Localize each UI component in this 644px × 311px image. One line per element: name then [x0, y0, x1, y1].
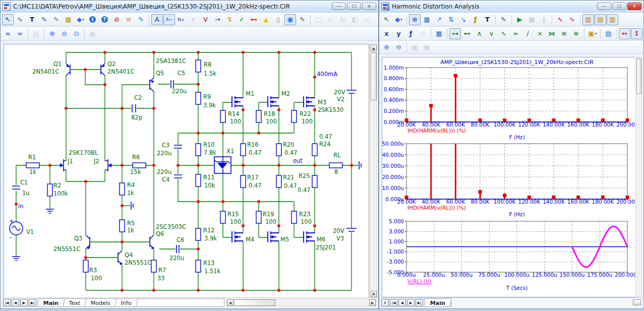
restore-button[interactable]: ▢ [347, 3, 361, 10]
wf-data-points-button[interactable]: ⊶ [449, 28, 461, 39]
data-point-labels-button[interactable]: ∿ [566, 14, 578, 25]
close-button[interactable]: × [627, 3, 641, 10]
tab-scroll-button[interactable]: |◀ [3, 299, 11, 306]
list-rows-button[interactable]: ≡ [123, 14, 135, 25]
hscroll-thumb[interactable] [234, 299, 275, 306]
numeric-output-button[interactable]: ▤ [603, 28, 614, 39]
plot-canvas[interactable]: 20.00K40.00K60.00K80.00K100.00K120.00K14… [382, 57, 636, 297]
fx-settings-button[interactable]: ƒ [405, 28, 417, 39]
minimize-button[interactable]: — [597, 3, 611, 10]
x-axis-settings-button[interactable]: x [381, 28, 392, 39]
restore-button[interactable]: ▢ [612, 3, 626, 10]
scale-vertical-button[interactable]: ↕ [631, 28, 642, 39]
scroll-up-button[interactable]: ▲ [371, 45, 377, 51]
scroll-left-button[interactable]: ◀ [227, 299, 233, 306]
tab-text[interactable]: Text [63, 299, 86, 306]
analysis-titlebar[interactable]: Harmonic Distortion Analysis — ▢ × [379, 1, 643, 13]
wf-cross-2-button[interactable]: ⋈ [546, 28, 558, 39]
tab-scroll-button[interactable]: ◀ [12, 299, 19, 306]
schematic-canvas[interactable]: Q12N5401CQ22N5401C2SA1381CQ5C5220uC282p2… [4, 44, 369, 298]
zoom-100-button[interactable]: ⊙ [71, 28, 82, 39]
border-display-toggle-button[interactable]: ▯ [272, 14, 284, 25]
text-mode-button[interactable]: T [26, 14, 38, 25]
polygon-mode-button[interactable]: ✎ [50, 14, 62, 25]
panel-layout-1-button[interactable]: ▥ [582, 14, 594, 25]
doc-edit-button[interactable]: ✎ [135, 14, 147, 25]
find-button[interactable]: ∞ [2, 28, 14, 39]
wf-cross-button[interactable]: × [534, 28, 546, 39]
currents-toggle-button[interactable]: → [212, 14, 223, 25]
properties-button[interactable]: ✎ [297, 14, 308, 25]
wire-mode-button[interactable]: ∿ [14, 14, 26, 25]
zoom-in-button[interactable]: ⊕ [46, 28, 58, 39]
tab-scroll-button[interactable]: ▶| [29, 299, 36, 306]
pin-connections-toggle-button[interactable]: ⊷ [248, 14, 260, 25]
y-axis-settings-button[interactable]: y [393, 28, 404, 39]
shape-tools-button[interactable]: ◆▾ [393, 14, 404, 25]
tab-models[interactable]: Models [85, 299, 117, 306]
node-numbers-toggle-button[interactable]: N+ [175, 14, 187, 25]
wf-valley-button[interactable]: ∨ [486, 28, 497, 39]
attribute-value-toggle-button[interactable]: A~ [163, 14, 175, 25]
run-button[interactable]: ▶ [514, 14, 525, 25]
zoom-out-button[interactable]: ⊖ [393, 42, 404, 53]
minimize-button[interactable]: — [332, 3, 346, 10]
block-select-mode-button[interactable]: ▣ [284, 14, 296, 25]
wf-wave-button[interactable]: ∿ [498, 28, 509, 39]
power-toggle-button[interactable]: ↯ [224, 14, 236, 25]
horizontal-tag-button[interactable]: ↘ [457, 14, 469, 25]
resize-grip[interactable] [633, 299, 641, 305]
panel-layout-2-button[interactable]: ▤ [595, 14, 606, 25]
component-search-button[interactable]: ▦ [63, 14, 74, 25]
tab-scroll-button[interactable]: ▶ [20, 299, 28, 306]
find-next-button[interactable]: ∞ [14, 28, 26, 39]
line-mode-button[interactable]: ✎ [38, 14, 50, 25]
wf-envelope-button[interactable]: ≈ [510, 28, 521, 39]
conditions-toggle-button[interactable]: ✓ [236, 14, 248, 25]
tab-scroll-button[interactable]: ▶ [407, 299, 415, 306]
zoom-in-button[interactable]: ⊕ [381, 42, 392, 53]
text-mode-button[interactable]: T [482, 14, 493, 25]
help-mode-button[interactable]: ? [99, 14, 110, 25]
schematic-hscrollbar[interactable]: ◀ ▶ [226, 298, 376, 307]
clipboard-button[interactable]: ▣▾ [587, 28, 598, 39]
wf-stack-2-button[interactable]: ≋ [570, 28, 582, 39]
point-tag-button[interactable]: ↗ [433, 14, 445, 25]
info-mode-button[interactable]: i [87, 14, 98, 25]
tab-scroll-button[interactable]: ▾ [381, 299, 389, 306]
scroll-down-button[interactable]: ▼ [371, 291, 377, 297]
wf-slope-button[interactable]: ∕ [522, 28, 534, 39]
performance-tag-button[interactable]: ƒ [470, 14, 481, 25]
schematic-vscrollbar[interactable]: ▲ ▼ [370, 44, 377, 298]
node-voltages-toggle-button[interactable]: V [200, 14, 211, 25]
select-tool-button[interactable]: ↖ [2, 14, 14, 25]
warnings-toggle-button[interactable]: ▲ [260, 14, 272, 25]
tab-main[interactable]: Main [424, 299, 451, 306]
plot-vscroll-thumb[interactable] [636, 58, 641, 94]
cursor-mode-button[interactable]: ▦ [421, 14, 433, 25]
attribute-text-toggle-button[interactable]: A [151, 14, 163, 25]
shape-tools-button[interactable]: ◆▾ [75, 14, 86, 25]
schematic-titlebar[interactable]: C:\MC11\DATA\Petrov\AMP_Швеция\AMP_Швеци… [1, 1, 378, 13]
close-button[interactable]: × [362, 3, 376, 10]
vscroll-thumb[interactable] [371, 52, 377, 100]
plot-vscrollbar[interactable] [635, 57, 642, 297]
tab-scroll-button[interactable]: ◀ [398, 299, 406, 306]
tab-scroll-button[interactable]: ▶| [416, 299, 423, 306]
wf-peak-button[interactable]: ∧ [474, 28, 485, 39]
tab-main[interactable]: Main [37, 299, 65, 306]
model-check-button[interactable]: ⊘ [111, 14, 123, 25]
wf-stack-button[interactable]: ≋ [558, 28, 570, 39]
scale-horizontal-button[interactable]: ↔ [619, 28, 630, 39]
reduce-data-points-button[interactable]: ∿ [554, 14, 566, 25]
scroll-right-button[interactable]: ▶ [369, 299, 376, 306]
wf-tokens-button[interactable]: ⊷ [461, 28, 473, 39]
zoom-out-button[interactable]: ⊖ [58, 28, 70, 39]
panel-layout-3-button[interactable]: ▥ [607, 14, 618, 25]
analysis-limits-button[interactable]: ▦ [433, 28, 445, 39]
select-tool-button[interactable]: ↖ [381, 14, 392, 25]
properties-button[interactable]: ✎ [498, 14, 509, 25]
tab-info[interactable]: Info [115, 299, 138, 306]
tab-scroll-button[interactable]: |◀ [390, 299, 397, 306]
vertical-tag-button[interactable]: ⇅ [445, 14, 457, 25]
